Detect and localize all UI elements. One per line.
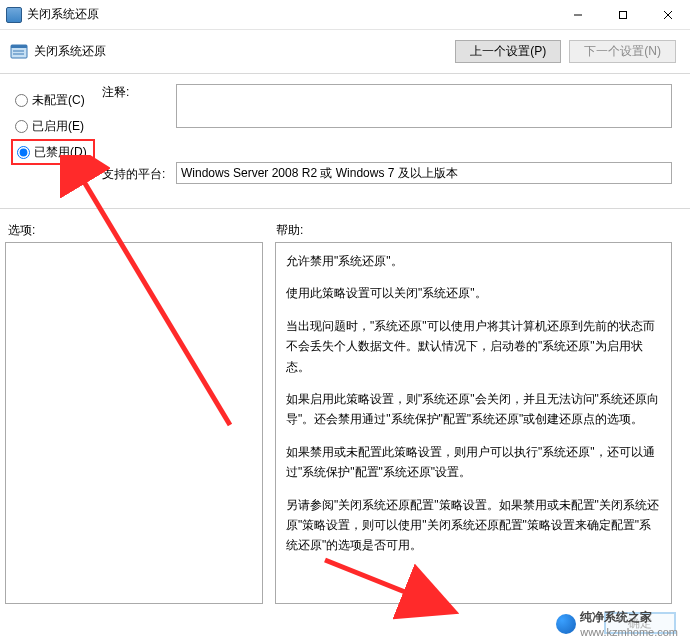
help-p6: 另请参阅"关闭系统还原配置"策略设置。如果禁用或未配置"关闭系统还原"策略设置，… — [286, 495, 661, 556]
divider — [0, 73, 690, 74]
radio-enabled[interactable]: 已启用(E) — [11, 113, 95, 139]
next-setting-button[interactable]: 下一个设置(N) — [569, 40, 676, 63]
options-label: 选项: — [8, 222, 35, 239]
comment-textarea[interactable] — [176, 84, 672, 128]
header: 关闭系统还原 上一个设置(P) 下一个设置(N) — [0, 30, 690, 73]
svg-rect-1 — [619, 11, 626, 18]
svg-rect-5 — [11, 45, 27, 48]
help-p5: 如果禁用或未配置此策略设置，则用户可以执行"系统还原"，还可以通过"系统保护"配… — [286, 442, 661, 483]
options-area[interactable] — [5, 242, 263, 604]
supported-on-value: Windows Server 2008 R2 或 Windows 7 及以上版本 — [181, 166, 458, 180]
comment-label: 注释: — [102, 84, 129, 101]
watermark-icon — [556, 614, 576, 634]
setting-state-group: 未配置(C) 已启用(E) 已禁用(D) — [10, 86, 96, 166]
window-controls — [555, 0, 690, 29]
titlebar-left: 关闭系统还原 — [6, 6, 99, 23]
previous-setting-button[interactable]: 上一个设置(P) — [455, 40, 561, 63]
radio-enabled-input[interactable] — [15, 120, 28, 133]
radio-not-configured[interactable]: 未配置(C) — [11, 87, 95, 113]
help-p4: 如果启用此策略设置，则"系统还原"会关闭，并且无法访问"系统还原向导"。还会禁用… — [286, 389, 661, 430]
policy-icon — [10, 43, 28, 61]
radio-not-configured-label: 未配置(C) — [32, 92, 85, 109]
radio-disabled-input[interactable] — [17, 146, 30, 159]
watermark-line1: 纯净系统之家 — [580, 609, 678, 626]
minimize-button[interactable] — [555, 0, 600, 29]
app-icon — [6, 7, 22, 23]
help-textarea[interactable]: 允许禁用"系统还原"。 使用此策略设置可以关闭"系统还原"。 当出现问题时，"系… — [275, 242, 672, 604]
policy-title: 关闭系统还原 — [34, 43, 106, 60]
maximize-button[interactable] — [600, 0, 645, 29]
divider-2 — [0, 208, 690, 209]
watermark: 纯净系统之家 www.kzmhome.com — [556, 609, 678, 638]
supported-on-label: 支持的平台: — [102, 166, 165, 183]
help-p1: 允许禁用"系统还原"。 — [286, 251, 661, 271]
help-label: 帮助: — [276, 222, 303, 239]
help-p3: 当出现问题时，"系统还原"可以使用户将其计算机还原到先前的状态而不会丢失个人数据… — [286, 316, 661, 377]
header-left: 关闭系统还原 — [10, 43, 106, 61]
titlebar: 关闭系统还原 — [0, 0, 690, 30]
radio-disabled[interactable]: 已禁用(D) — [11, 139, 95, 165]
watermark-line2: www.kzmhome.com — [580, 626, 678, 638]
radio-disabled-label: 已禁用(D) — [34, 144, 87, 161]
close-button[interactable] — [645, 0, 690, 29]
window-title: 关闭系统还原 — [27, 6, 99, 23]
supported-on-field: Windows Server 2008 R2 或 Windows 7 及以上版本 — [176, 162, 672, 184]
help-p2: 使用此策略设置可以关闭"系统还原"。 — [286, 283, 661, 303]
radio-not-configured-input[interactable] — [15, 94, 28, 107]
prev-next-nav: 上一个设置(P) 下一个设置(N) — [455, 40, 676, 63]
radio-enabled-label: 已启用(E) — [32, 118, 84, 135]
watermark-text: 纯净系统之家 www.kzmhome.com — [580, 609, 678, 638]
